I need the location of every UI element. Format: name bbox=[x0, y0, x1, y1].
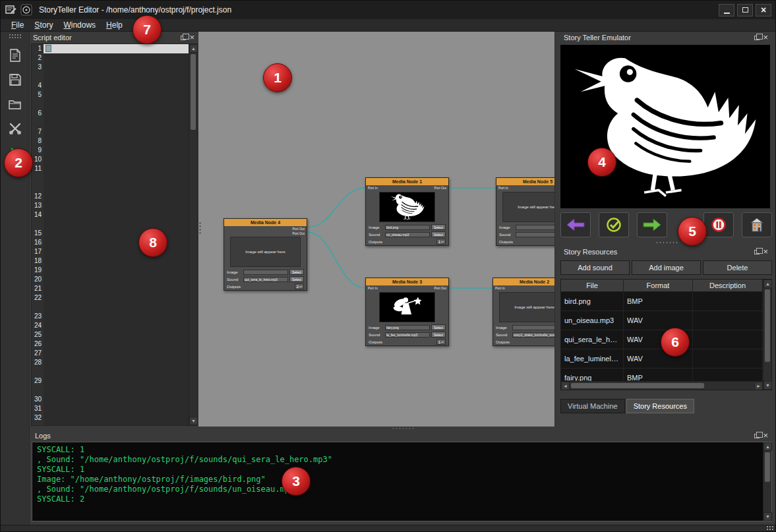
port-in[interactable]: Port In bbox=[368, 286, 378, 290]
arrow-right-icon bbox=[642, 218, 662, 232]
line-number: 2 bbox=[32, 53, 44, 63]
float-dock-icon[interactable] bbox=[754, 36, 760, 40]
next-button[interactable] bbox=[637, 212, 667, 237]
menu-item[interactable]: File bbox=[6, 20, 29, 30]
select-button[interactable]: Select bbox=[431, 324, 446, 330]
node-title: Media Node 3 bbox=[366, 278, 448, 285]
column-header-description[interactable]: Description bbox=[693, 280, 763, 291]
annotation-badge: 7 bbox=[133, 15, 162, 44]
minimize-button[interactable] bbox=[719, 4, 734, 16]
dock-tab[interactable]: Virtual Machine bbox=[560, 399, 625, 413]
media-node[interactable]: Media Node 1 Port In Port Out Image bbox=[365, 177, 449, 246]
splitter-grip[interactable] bbox=[199, 222, 201, 235]
select-button[interactable]: Select bbox=[289, 276, 304, 282]
pause-button[interactable] bbox=[703, 212, 734, 237]
scroll-down-icon[interactable]: ▼ bbox=[763, 381, 772, 390]
close-dock-icon[interactable]: × bbox=[762, 432, 769, 439]
select-button[interactable]: Select bbox=[431, 224, 446, 230]
line-number: 4 bbox=[32, 81, 44, 90]
outputs-spinner[interactable]: 1▴▾ bbox=[436, 239, 446, 245]
float-dock-icon[interactable] bbox=[754, 250, 760, 254]
toolbar-grip[interactable] bbox=[9, 34, 22, 38]
edit-script-button[interactable] bbox=[7, 47, 24, 64]
float-dock-icon[interactable] bbox=[754, 434, 760, 438]
table-row[interactable]: un_oiseau.mp3 WAV bbox=[561, 311, 763, 330]
port-in[interactable]: Port In bbox=[498, 186, 508, 190]
add-image-button[interactable]: Add image bbox=[632, 260, 701, 275]
resize-grip[interactable] bbox=[766, 525, 774, 532]
scroll-left-icon[interactable]: ◄ bbox=[561, 382, 570, 390]
open-button[interactable] bbox=[7, 96, 24, 113]
scrollbar-thumb[interactable] bbox=[191, 54, 196, 130]
scroll-up-icon[interactable]: ▲ bbox=[189, 44, 198, 53]
table-vertical-scrollbar[interactable]: ▲ ▼ bbox=[763, 280, 771, 390]
home-button[interactable] bbox=[742, 212, 772, 237]
scroll-down-icon[interactable]: ▼ bbox=[189, 417, 198, 425]
close-dock-icon[interactable]: × bbox=[762, 249, 769, 255]
cut-button[interactable] bbox=[7, 120, 24, 137]
select-button[interactable]: Select bbox=[289, 269, 304, 275]
port-out[interactable]: Port Out bbox=[434, 286, 446, 290]
line-number bbox=[32, 118, 44, 127]
editor-vertical-scrollbar[interactable]: ▲ ▼ bbox=[189, 44, 197, 425]
node-row: Image ▴▾ Select bbox=[496, 223, 554, 231]
media-node[interactable]: Media Node 4 Port OutPort Out Image will… bbox=[224, 218, 307, 291]
scroll-up-icon[interactable]: ▲ bbox=[763, 442, 772, 451]
select-button[interactable]: Select bbox=[431, 332, 446, 338]
scrollbar-thumb[interactable] bbox=[765, 289, 770, 362]
node-title: Media Node 1 bbox=[366, 178, 448, 185]
validate-button[interactable] bbox=[599, 212, 629, 237]
scroll-right-icon[interactable]: ► bbox=[754, 382, 763, 390]
close-dock-icon[interactable]: × bbox=[762, 34, 769, 41]
column-header-file[interactable]: File bbox=[561, 280, 624, 291]
line-number: 12 bbox=[32, 192, 44, 201]
table-row[interactable]: la_fee_luminelle.mp3 WAV bbox=[561, 349, 763, 369]
select-button[interactable]: Select bbox=[431, 231, 446, 237]
close-button[interactable]: × bbox=[756, 4, 771, 16]
title-bar: StoryTeller Editor - /home/anthony/ostpr… bbox=[1, 1, 775, 19]
port-in[interactable]: Port In bbox=[495, 286, 505, 290]
table-row[interactable]: bird.png BMP bbox=[561, 292, 763, 311]
emulator-title: Story Teller Emulator bbox=[564, 34, 631, 42]
arrow-left-icon bbox=[566, 218, 585, 232]
scroll-up-icon[interactable]: ▲ bbox=[763, 280, 772, 288]
code-line: 20 ret bbox=[32, 275, 189, 284]
menu-item[interactable]: Story bbox=[29, 20, 58, 30]
menu-item[interactable]: Windows bbox=[58, 20, 101, 30]
menu-item[interactable]: Help bbox=[101, 20, 128, 30]
outputs-spinner[interactable]: 1▴▾ bbox=[436, 339, 446, 345]
code-line: 24 lcons r0, 0 bbox=[32, 321, 189, 330]
scrollbar-thumb[interactable] bbox=[765, 452, 770, 482]
logs-vertical-scrollbar[interactable]: ▲ ▼ bbox=[763, 442, 771, 521]
add-sound-button[interactable]: Add sound bbox=[560, 260, 630, 275]
line-number: 24 bbox=[32, 321, 44, 330]
port-in[interactable]: Port In bbox=[368, 186, 378, 190]
app-window: StoryTeller Editor - /home/anthony/ostpr… bbox=[0, 0, 776, 532]
previous-button[interactable] bbox=[560, 212, 591, 237]
line-number: 5 bbox=[32, 90, 44, 100]
table-row[interactable]: fairy.png BMP bbox=[561, 369, 763, 381]
media-node[interactable]: Media Node 5 Port In Image will appear h… bbox=[496, 177, 554, 246]
delete-button[interactable]: Delete bbox=[703, 260, 772, 275]
outputs-spinner[interactable]: 2▴▾ bbox=[295, 283, 304, 289]
close-dock-icon[interactable]: × bbox=[189, 34, 195, 41]
port-out[interactable]: Port Out bbox=[292, 231, 305, 235]
media-node[interactable]: Media Node 2 Port In Image will appear h… bbox=[492, 278, 554, 346]
save-button[interactable] bbox=[7, 71, 24, 88]
column-header-format[interactable]: Format bbox=[624, 280, 693, 291]
line-number: 6 bbox=[32, 109, 44, 118]
dock-tab[interactable]: Story Resources bbox=[626, 399, 694, 413]
node-graph-canvas[interactable]: Media Node 4 Port OutPort Out Image will… bbox=[198, 32, 554, 427]
media-node[interactable]: Media Node 3 Port In Port Out Image bbox=[365, 278, 449, 346]
scroll-down-icon[interactable]: ▼ bbox=[763, 512, 772, 521]
port-out[interactable]: Port Out bbox=[292, 227, 305, 231]
float-dock-icon[interactable] bbox=[181, 36, 186, 40]
dock-grip[interactable] bbox=[655, 241, 678, 245]
line-number: 21 bbox=[32, 284, 44, 293]
table-horizontal-scrollbar[interactable]: ◄ ► bbox=[561, 381, 763, 390]
code-line: 27 lcons r0, $mediaChoice0004 bbox=[32, 349, 189, 358]
log-output[interactable]: SYSCALL: 1, Sound: "/home/anthony/ostpro… bbox=[32, 442, 763, 521]
scrollbar-thumb[interactable] bbox=[571, 383, 704, 388]
port-out[interactable]: Port Out bbox=[434, 186, 446, 190]
maximize-button[interactable] bbox=[737, 4, 753, 16]
